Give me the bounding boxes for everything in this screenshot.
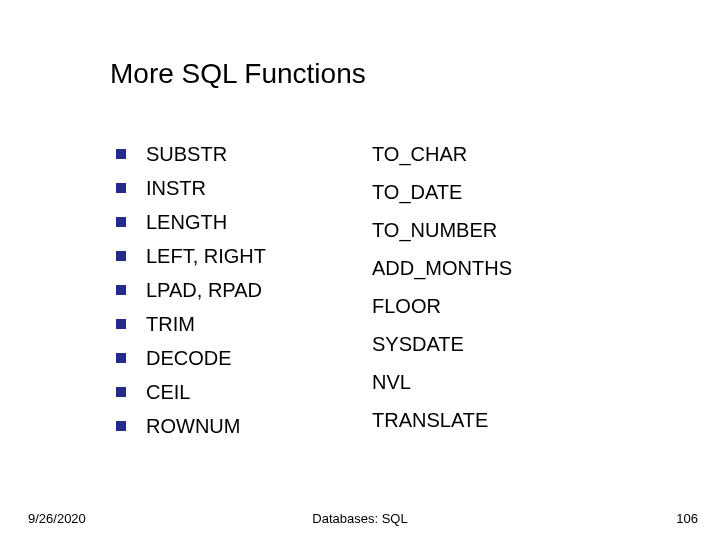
list-item-label: TO_DATE xyxy=(372,181,462,204)
list-item: LPAD, RPAD xyxy=(116,276,356,304)
right-column: TO_CHAR TO_DATE TO_NUMBER ADD_MONTHS FLO… xyxy=(372,140,612,446)
list-item-label: LPAD, RPAD xyxy=(146,279,262,302)
bullet-icon xyxy=(116,217,126,227)
footer-page-number: 106 xyxy=(676,511,698,526)
list-item-label: ROWNUM xyxy=(146,415,240,438)
list-item-label: SUBSTR xyxy=(146,143,227,166)
list-item-label: TO_NUMBER xyxy=(372,219,497,242)
list-item: TRIM xyxy=(116,310,356,338)
list-item: SUBSTR xyxy=(116,140,356,168)
list-item: CEIL xyxy=(116,378,356,406)
bullet-icon xyxy=(116,149,126,159)
list-item: TO_NUMBER xyxy=(372,216,612,244)
list-item-label: TRANSLATE xyxy=(372,409,488,432)
bullet-icon xyxy=(116,387,126,397)
list-item-label: FLOOR xyxy=(372,295,441,318)
bullet-icon xyxy=(116,319,126,329)
content-columns: SUBSTR INSTR LENGTH LEFT, RIGHT LPAD, RP… xyxy=(116,140,636,446)
list-item-label: INSTR xyxy=(146,177,206,200)
list-item: TO_CHAR xyxy=(372,140,612,168)
list-item-label: LEFT, RIGHT xyxy=(146,245,266,268)
slide-title: More SQL Functions xyxy=(110,58,366,90)
list-item: INSTR xyxy=(116,174,356,202)
list-item: DECODE xyxy=(116,344,356,372)
bullet-icon xyxy=(116,251,126,261)
list-item-label: SYSDATE xyxy=(372,333,464,356)
list-item-label: ADD_MONTHS xyxy=(372,257,512,280)
footer-title: Databases: SQL xyxy=(0,511,720,526)
bullet-icon xyxy=(116,183,126,193)
list-item: ROWNUM xyxy=(116,412,356,440)
list-item-label: CEIL xyxy=(146,381,190,404)
list-item: LEFT, RIGHT xyxy=(116,242,356,270)
list-item-label: NVL xyxy=(372,371,411,394)
list-item: FLOOR xyxy=(372,292,612,320)
list-item: ADD_MONTHS xyxy=(372,254,612,282)
list-item-label: DECODE xyxy=(146,347,232,370)
left-column: SUBSTR INSTR LENGTH LEFT, RIGHT LPAD, RP… xyxy=(116,140,356,446)
bullet-icon xyxy=(116,285,126,295)
list-item: LENGTH xyxy=(116,208,356,236)
slide: More SQL Functions SUBSTR INSTR LENGTH L… xyxy=(0,0,720,540)
list-item: NVL xyxy=(372,368,612,396)
list-item-label: TO_CHAR xyxy=(372,143,467,166)
list-item-label: TRIM xyxy=(146,313,195,336)
bullet-icon xyxy=(116,353,126,363)
list-item: TO_DATE xyxy=(372,178,612,206)
list-item: SYSDATE xyxy=(372,330,612,358)
list-item-label: LENGTH xyxy=(146,211,227,234)
bullet-icon xyxy=(116,421,126,431)
list-item: TRANSLATE xyxy=(372,406,612,434)
